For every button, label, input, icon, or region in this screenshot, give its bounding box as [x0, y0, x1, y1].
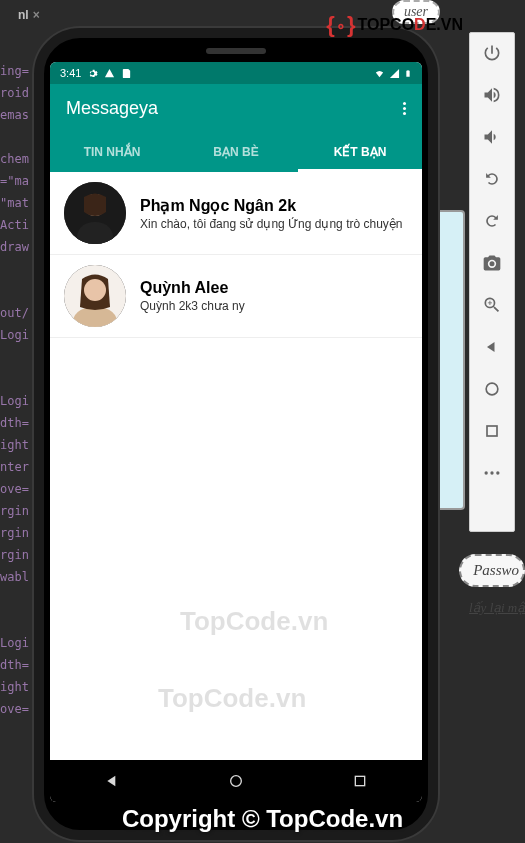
power-icon[interactable] [480, 41, 504, 65]
tab-messages[interactable]: TIN NHẮN [50, 132, 174, 172]
battery-icon [404, 68, 412, 79]
copyright-watermark: Copyright © TopCode.vn [122, 805, 403, 833]
signal-icon [389, 68, 400, 79]
nav-back-icon[interactable] [104, 773, 120, 789]
svg-point-2 [485, 471, 488, 474]
emulator-toolbar [469, 32, 515, 532]
content-area: Phạm Ngọc Ngân 2k Xin chào, tôi đang sử … [50, 172, 422, 760]
tab-add-friends[interactable]: KẾT BẠN [298, 132, 422, 172]
app-title: Messageya [66, 98, 158, 119]
more-icon[interactable] [480, 461, 504, 485]
volume-up-icon[interactable] [480, 83, 504, 107]
bg-password-field: Passwo [459, 554, 525, 587]
svg-rect-11 [355, 776, 364, 785]
svg-point-4 [496, 471, 499, 474]
volume-down-icon[interactable] [480, 125, 504, 149]
status-time: 3:41 [60, 67, 81, 79]
phone-screen: 3:41 Messageya TIN [50, 62, 422, 802]
wifi-icon [374, 68, 385, 79]
svg-point-3 [490, 471, 493, 474]
android-nav-bar [50, 760, 422, 802]
contact-list: Phạm Ngọc Ngân 2k Xin chào, tôi đang sử … [50, 172, 422, 338]
phone-frame: 3:41 Messageya TIN [34, 28, 438, 840]
contact-subtitle: Quỳnh 2k3 chưa ny [140, 299, 408, 313]
sd-icon [121, 68, 132, 79]
watermark: TopCode.vn [158, 683, 306, 714]
app-bar: Messageya [50, 84, 422, 132]
contact-name: Quỳnh Alee [140, 279, 408, 297]
bg-recover-link: lấy lại mậ [469, 600, 525, 616]
status-bar: 3:41 [50, 62, 422, 84]
phone-speaker [206, 48, 266, 54]
list-item[interactable]: Phạm Ngọc Ngân 2k Xin chào, tôi đang sử … [50, 172, 422, 255]
tab-friends[interactable]: BẠN BÈ [174, 132, 298, 172]
topcode-logo: {⚬} TOPCODE.VN [326, 12, 463, 38]
tab-bar: TIN NHẮN BẠN BÈ KẾT BẠN [50, 132, 422, 172]
zoom-in-icon[interactable] [480, 293, 504, 317]
svg-point-0 [486, 383, 498, 395]
drive-icon [104, 68, 115, 79]
contact-subtitle: Xin chào, tôi đang sử dụng Ứng dụng trò … [140, 217, 408, 231]
watermark: TopCode.vn [180, 606, 328, 637]
rotate-left-icon[interactable] [480, 167, 504, 191]
nav-recent-icon[interactable] [352, 773, 368, 789]
overflow-menu-icon[interactable] [403, 102, 406, 115]
gear-icon [87, 68, 98, 79]
avatar [64, 182, 126, 244]
nav-recent-icon[interactable] [480, 419, 504, 443]
svg-point-9 [84, 279, 106, 301]
contact-name: Phạm Ngọc Ngân 2k [140, 196, 408, 215]
nav-home-icon[interactable] [228, 773, 244, 789]
svg-point-10 [231, 776, 242, 787]
svg-rect-1 [487, 426, 497, 436]
camera-icon[interactable] [480, 251, 504, 275]
avatar [64, 265, 126, 327]
nav-home-icon[interactable] [480, 377, 504, 401]
rotate-right-icon[interactable] [480, 209, 504, 233]
list-item[interactable]: Quỳnh Alee Quỳnh 2k3 chưa ny [50, 255, 422, 338]
nav-back-icon[interactable] [480, 335, 504, 359]
